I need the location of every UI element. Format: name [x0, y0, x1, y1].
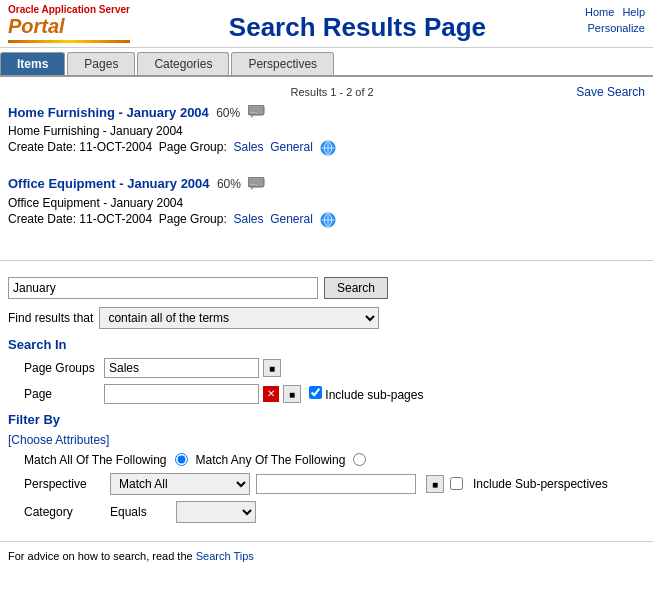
divider: [0, 260, 653, 261]
result-title-link[interactable]: Office Equipment - January 2004: [8, 176, 210, 191]
app-server-text: Oracle Application Server: [8, 4, 130, 15]
result-meta: Create Date: 11-OCT-2004 Page Group: Sal…: [8, 212, 645, 228]
browse-perspective-icon[interactable]: ■: [426, 475, 444, 493]
result-item: Office Equipment - January 2004 60% ... …: [8, 176, 645, 235]
category-equals-label: Equals: [110, 505, 170, 519]
personalize-link[interactable]: Personalize: [588, 22, 645, 34]
results-count: Results 1 - 2 of 2: [88, 86, 576, 98]
result-title-row: Office Equipment - January 2004 60% ...: [8, 176, 645, 193]
match-all-radio[interactable]: [175, 453, 188, 466]
discuss-icon: ...: [248, 105, 266, 122]
header-links: Home Help Personalize: [585, 4, 645, 34]
page-group-general-link-1[interactable]: General: [270, 141, 313, 155]
home-link[interactable]: Home: [585, 6, 614, 18]
tab-pages[interactable]: Pages: [67, 52, 135, 75]
browse-page-groups-icon[interactable]: ■: [263, 359, 281, 377]
perspective-value-input[interactable]: [256, 474, 416, 494]
svg-text:...: ...: [251, 179, 257, 186]
page-group-sales-link-2[interactable]: Sales: [233, 212, 263, 226]
globe-icon-1: [320, 140, 336, 156]
page-groups-label: Page Groups: [24, 361, 104, 375]
page-title: Search Results Page: [130, 4, 585, 43]
page-group-general-link-2[interactable]: General: [270, 212, 313, 226]
category-label: Category: [24, 505, 104, 519]
match-all-label: Match All Of The Following: [24, 453, 167, 467]
find-results-label: Find results that: [8, 311, 93, 325]
filter-by-title: Filter By: [8, 412, 645, 427]
results-header: Results 1 - 2 of 2 Save Search: [8, 85, 645, 99]
tab-perspectives[interactable]: Perspectives: [231, 52, 334, 75]
help-link[interactable]: Help: [622, 6, 645, 18]
category-select[interactable]: [176, 501, 256, 523]
results-area: Results 1 - 2 of 2 Save Search Home Furn…: [0, 81, 653, 252]
result-percentage: 60%: [216, 106, 240, 120]
search-tips-link[interactable]: Search Tips: [196, 550, 254, 562]
svg-text:...: ...: [251, 107, 257, 114]
discuss-icon: ...: [248, 177, 266, 194]
tab-categories[interactable]: Categories: [137, 52, 229, 75]
logo: Oracle Application Server Portal: [8, 4, 130, 43]
page-label: Page: [24, 387, 104, 401]
perspective-select[interactable]: Match All Equals Contains: [110, 473, 250, 495]
result-title-link[interactable]: Home Furnishing - January 2004: [8, 105, 209, 120]
filter-by-section: Filter By [Choose Attributes] Match All …: [8, 412, 645, 523]
result-meta: Create Date: 11-OCT-2004 Page Group: Sal…: [8, 140, 645, 156]
tab-items[interactable]: Items: [0, 52, 65, 75]
match-row: Match All Of The Following Match Any Of …: [24, 453, 645, 467]
perspective-row: Perspective Match All Equals Contains ■ …: [24, 473, 645, 495]
match-any-radio[interactable]: [353, 453, 366, 466]
search-input[interactable]: [8, 277, 318, 299]
category-row: Category Equals: [24, 501, 645, 523]
perspective-label: Perspective: [24, 477, 104, 491]
result-item: Home Furnishing - January 2004 60% ... H…: [8, 105, 645, 164]
page-groups-input[interactable]: [104, 358, 259, 378]
find-results-select[interactable]: contain all of the terms contain any of …: [99, 307, 379, 329]
result-desc: Office Equipment - January 2004: [8, 196, 645, 210]
header-links-top: Home Help: [585, 6, 645, 18]
tab-bar: Items Pages Categories Perspectives: [0, 48, 653, 77]
page-input[interactable]: [104, 384, 259, 404]
portal-text: Portal: [8, 15, 130, 38]
result-title-row: Home Furnishing - January 2004 60% ...: [8, 105, 645, 122]
search-in-title: Search In: [8, 337, 645, 352]
include-sub-pages-checkbox[interactable]: [309, 386, 322, 399]
page-group-sales-link-1[interactable]: Sales: [233, 141, 263, 155]
search-button[interactable]: Search: [324, 277, 388, 299]
include-sub-perspectives-label: Include Sub-perspectives: [473, 477, 608, 491]
include-sub-perspectives-checkbox[interactable]: [450, 477, 463, 490]
page-footer: For advice on how to search, read the Se…: [0, 541, 653, 570]
result-desc: Home Furnishing - January 2004: [8, 124, 645, 138]
browse-page-icon[interactable]: ■: [283, 385, 301, 403]
match-any-label: Match Any Of The Following: [196, 453, 346, 467]
page-row: Page ✕ ■ Include sub-pages: [24, 384, 645, 404]
include-sub-pages-row: Include sub-pages: [309, 386, 423, 402]
svg-marker-1: [251, 115, 255, 118]
search-in-section: Search In Page Groups ■ Page ✕ ■ Include…: [8, 337, 645, 404]
choose-attributes-link[interactable]: [Choose Attributes]: [8, 433, 109, 447]
save-search-link[interactable]: Save Search: [576, 85, 645, 99]
include-sub-pages-label: Include sub-pages: [325, 388, 423, 402]
search-row: Search: [8, 277, 645, 299]
svg-marker-8: [251, 187, 255, 190]
page-groups-row: Page Groups ■: [24, 358, 645, 378]
page-header: Oracle Application Server Portal Search …: [0, 0, 653, 48]
result-percentage: 60%: [217, 177, 241, 191]
find-results-row: Find results that contain all of the ter…: [8, 307, 645, 329]
clear-page-icon[interactable]: ✕: [263, 386, 279, 402]
search-form: Search Find results that contain all of …: [0, 269, 653, 537]
portal-underline: [8, 40, 130, 43]
advice-text: For advice on how to search, read the: [8, 550, 193, 562]
globe-icon-2: [320, 212, 336, 228]
